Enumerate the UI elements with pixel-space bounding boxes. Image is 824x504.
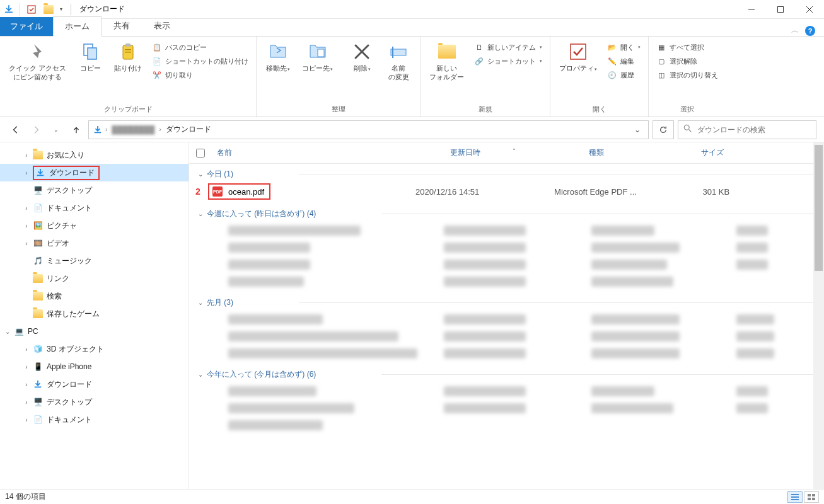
nav-up-button[interactable] bbox=[68, 122, 84, 138]
tree-links[interactable]: リンク bbox=[0, 270, 189, 287]
file-row-blurred[interactable] bbox=[189, 311, 824, 328]
newitem-button[interactable]: 🗋新しいアイテム ▾ bbox=[470, 40, 546, 54]
tree-downloads2[interactable]: ›ダウンロード bbox=[0, 375, 189, 393]
minimize-button[interactable] bbox=[737, 0, 766, 19]
close-button[interactable] bbox=[795, 0, 824, 19]
file-row-blurred[interactable] bbox=[189, 399, 824, 416]
tree-documents2[interactable]: ›📄ドキュメント bbox=[0, 411, 189, 428]
paste-shortcut-button[interactable]: 📄ショートカットの貼り付け bbox=[148, 54, 252, 68]
scrollbar[interactable] bbox=[813, 142, 824, 489]
rename-button[interactable]: 名前 の変更 bbox=[381, 39, 416, 84]
tree-savedgames[interactable]: 保存したゲーム bbox=[0, 305, 189, 323]
group-lastmonth[interactable]: ⌄先月 (3) bbox=[189, 295, 242, 311]
file-date: 2020/12/16 14:51 bbox=[415, 187, 554, 197]
column-size[interactable]: サイズ bbox=[696, 147, 759, 158]
column-name[interactable]: 名前 bbox=[212, 147, 445, 158]
delete-button[interactable]: 削除▾ bbox=[344, 39, 380, 76]
file-row[interactable]: 2 PDF ocean.pdf 2020/12/16 14:51 Microso… bbox=[189, 182, 824, 201]
tree-pc[interactable]: ⌄💻PC bbox=[0, 323, 189, 340]
tree-favorites[interactable]: ›お気に入り bbox=[0, 146, 189, 164]
properties-icon bbox=[568, 42, 588, 62]
shortcut-button[interactable]: 🔗ショートカット ▾ bbox=[470, 54, 546, 68]
select-all-button[interactable]: ▦すべて選択 bbox=[653, 40, 722, 54]
history-button[interactable]: 🕘履歴 bbox=[603, 68, 644, 82]
qat-properties-icon[interactable] bbox=[25, 3, 38, 16]
copypath-icon: 📋 bbox=[152, 42, 162, 52]
refresh-button[interactable] bbox=[653, 120, 674, 139]
nav-back-button[interactable] bbox=[8, 122, 24, 138]
group-today[interactable]: ⌄今日 (1) bbox=[189, 166, 242, 182]
newfolder-button[interactable]: 新しい フォルダー bbox=[424, 39, 469, 84]
cut-button[interactable]: ✂️切り取り bbox=[148, 68, 252, 82]
file-row-blurred[interactable] bbox=[189, 273, 824, 290]
breadcrumb-current[interactable]: ダウンロード bbox=[164, 124, 213, 135]
tree-iphone[interactable]: ›📱Apple iPhone bbox=[0, 358, 189, 375]
select-none-button[interactable]: ▢選択解除 bbox=[653, 54, 722, 68]
tree-desktop[interactable]: 🖥️デスクトップ bbox=[0, 181, 189, 199]
file-row-blurred[interactable] bbox=[189, 239, 824, 256]
properties-button[interactable]: プロパティ▾ bbox=[554, 39, 602, 76]
breadcrumb-sep-icon[interactable]: › bbox=[105, 126, 107, 133]
shortcut-icon: 🔗 bbox=[474, 56, 484, 66]
address-dropdown-icon[interactable]: ⌄ bbox=[630, 125, 644, 134]
group-clipboard-label: クリップボード bbox=[104, 103, 153, 117]
help-icon[interactable]: ? bbox=[805, 26, 815, 36]
tree-3dobjects[interactable]: ›🧊3D オブジェクト bbox=[0, 340, 189, 358]
nav-recent-button[interactable]: ⌄ bbox=[48, 122, 64, 138]
paste-button[interactable]: 貼り付け bbox=[109, 39, 147, 76]
file-pane: 名前 ⌄更新日時 種類 サイズ ⌄今日 (1) 2 PDF ocean.pdf … bbox=[189, 142, 824, 489]
tree-desktop2[interactable]: ›🖥️デスクトップ bbox=[0, 393, 189, 411]
moveto-button[interactable]: 移動先▾ bbox=[260, 39, 296, 76]
file-type: Microsoft Edge PDF ... bbox=[554, 187, 669, 197]
tree-downloads[interactable]: 1 › ダウンロード bbox=[0, 164, 189, 181]
maximize-button[interactable] bbox=[766, 0, 795, 19]
item-count: 14 個の項目 bbox=[5, 491, 46, 502]
paste-icon bbox=[118, 42, 138, 62]
select-invert-button[interactable]: ◫選択の切り替え bbox=[653, 68, 722, 82]
file-row-blurred[interactable] bbox=[189, 382, 824, 399]
group-thisyear[interactable]: ⌄今年に入って (今月は含めず) (6) bbox=[189, 367, 325, 382]
column-type[interactable]: 種類 bbox=[584, 147, 696, 158]
svg-rect-5 bbox=[125, 43, 131, 47]
tab-home[interactable]: ホーム bbox=[53, 16, 102, 37]
newfolder-icon bbox=[437, 42, 457, 62]
column-date[interactable]: ⌄更新日時 bbox=[445, 147, 584, 158]
qat-folder-icon[interactable] bbox=[42, 3, 55, 16]
open-button[interactable]: 📂開く ▾ bbox=[603, 40, 644, 54]
file-row-blurred[interactable] bbox=[189, 328, 824, 345]
tab-view[interactable]: 表示 bbox=[142, 16, 182, 36]
address-box[interactable]: › ████████ › ダウンロード ⌄ bbox=[88, 120, 649, 139]
view-details-button[interactable] bbox=[787, 491, 803, 503]
tab-share[interactable]: 共有 bbox=[102, 16, 142, 36]
copy-button[interactable]: コピー bbox=[73, 39, 108, 76]
tree-pictures[interactable]: ›🖼️ピクチャ bbox=[0, 217, 189, 234]
file-size: 301 KB bbox=[669, 187, 729, 197]
breadcrumb-hidden[interactable]: ████████ bbox=[110, 125, 156, 134]
tree-search[interactable]: 検索 bbox=[0, 287, 189, 305]
selectinvert-icon: ◫ bbox=[656, 70, 666, 80]
file-row-blurred[interactable] bbox=[189, 222, 824, 239]
search-input[interactable] bbox=[697, 125, 811, 134]
search-box[interactable] bbox=[678, 120, 816, 139]
chevron-down-icon: ⌄ bbox=[198, 299, 203, 306]
tree-music[interactable]: 🎵ミュージック bbox=[0, 252, 189, 270]
nav-forward-button[interactable] bbox=[28, 122, 44, 138]
scrollbar-thumb[interactable] bbox=[815, 145, 823, 271]
tree-videos[interactable]: ›🎞️ビデオ bbox=[0, 234, 189, 252]
tab-file[interactable]: ファイル bbox=[0, 17, 53, 36]
copyto-button[interactable]: コピー先▾ bbox=[297, 39, 338, 76]
breadcrumb-sep-icon[interactable]: › bbox=[159, 126, 161, 133]
tree-documents[interactable]: ›📄ドキュメント bbox=[0, 199, 189, 217]
copy-path-button[interactable]: 📋パスのコピー bbox=[148, 40, 252, 54]
ribbon-collapse-icon[interactable]: ︿ bbox=[791, 25, 799, 36]
file-row-blurred[interactable] bbox=[189, 416, 824, 433]
view-large-button[interactable] bbox=[804, 491, 819, 503]
file-row-blurred[interactable] bbox=[189, 345, 824, 362]
edit-button[interactable]: ✏️編集 bbox=[603, 54, 644, 68]
select-all-checkbox[interactable] bbox=[196, 149, 205, 158]
qat-dropdown-icon[interactable]: ▾ bbox=[60, 6, 62, 12]
pin-to-quickaccess-button[interactable]: クイック アクセス にピン留めする bbox=[4, 39, 71, 84]
svg-rect-1 bbox=[778, 6, 784, 12]
file-row-blurred[interactable] bbox=[189, 256, 824, 273]
group-thisweek[interactable]: ⌄今週に入って (昨日は含めず) (4) bbox=[189, 206, 325, 222]
